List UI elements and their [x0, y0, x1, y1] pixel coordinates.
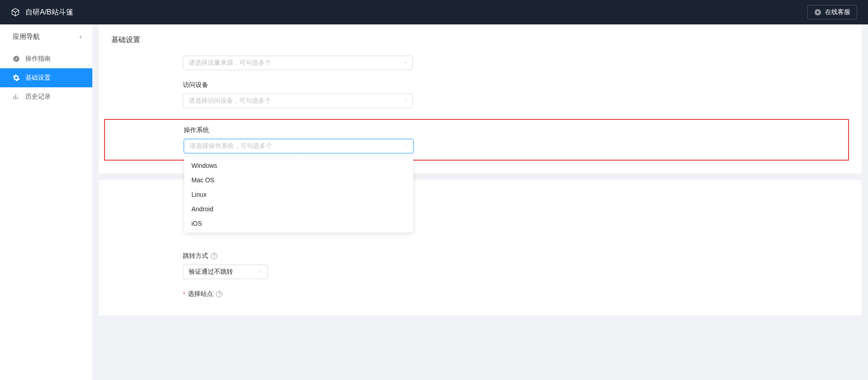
- os-option-windows[interactable]: Windows: [184, 158, 413, 173]
- online-support-button[interactable]: 在线客服: [807, 5, 857, 19]
- app-header: 自研A/B站斗篷 在线客服: [0, 0, 868, 24]
- site-label: * 选择站点 ?: [183, 290, 849, 298]
- os-option-linux[interactable]: Linux: [184, 187, 413, 202]
- settings-card: 基础设置 请选择流量来源，可勾选多个 访问设备 请: [99, 24, 862, 173]
- select-placeholder: 请选择流量来源，可勾选多个: [189, 59, 271, 67]
- redirect-group: 跳转方式 ? 验证通过不跳转: [183, 252, 849, 279]
- cube-icon: [11, 8, 20, 17]
- sidebar-item-label: 基础设置: [25, 74, 51, 82]
- site-group: * 选择站点 ?: [183, 290, 849, 298]
- os-option-ios[interactable]: iOS: [184, 216, 413, 231]
- help-icon[interactable]: ?: [216, 291, 222, 297]
- redirect-select[interactable]: 验证通过不跳转: [183, 265, 268, 279]
- sidebar-item-history[interactable]: 历史记录: [0, 87, 92, 106]
- sidebar-item-guide[interactable]: 操作指南: [0, 49, 92, 68]
- os-option-android[interactable]: Android: [184, 202, 413, 216]
- gear-icon: [13, 74, 20, 81]
- compass-icon: [13, 55, 20, 62]
- device-select[interactable]: 请选择访问设备，可勾选多个: [183, 94, 413, 108]
- os-highlight-box: 操作系统 请选择操作系统，可勾选多个 Windows Mac OS: [104, 119, 849, 161]
- os-group: 操作系统 请选择操作系统，可勾选多个 Windows Mac OS: [105, 126, 842, 153]
- main-content: 基础设置 请选择流量来源，可勾选多个 访问设备 请: [92, 24, 868, 380]
- os-dropdown: Windows Mac OS Linux Android iOS: [184, 157, 413, 233]
- app-title: 自研A/B站斗篷: [25, 8, 73, 17]
- os-label: 操作系统: [184, 126, 842, 134]
- sidebar-item-settings[interactable]: 基础设置: [0, 68, 92, 87]
- section-title: 基础设置: [99, 24, 862, 50]
- chevron-up-icon: [404, 143, 409, 149]
- help-icon[interactable]: ?: [211, 253, 217, 259]
- chevron-down-icon: [403, 60, 408, 66]
- support-label: 在线客服: [825, 8, 850, 16]
- svg-point-1: [816, 11, 820, 14]
- svg-point-0: [815, 10, 820, 15]
- redirect-label: 跳转方式 ?: [183, 252, 849, 260]
- chevron-down-icon: [403, 98, 408, 104]
- device-label: 访问设备: [183, 81, 849, 89]
- sidebar-item-label: 历史记录: [25, 93, 51, 101]
- os-option-macos[interactable]: Mac OS: [184, 173, 413, 187]
- traffic-source-select[interactable]: 请选择流量来源，可勾选多个: [183, 56, 413, 70]
- chevron-down-icon: [258, 269, 263, 275]
- traffic-source-group: 请选择流量来源，可勾选多个: [111, 56, 849, 70]
- sidebar-item-label: 操作指南: [25, 55, 51, 63]
- select-value: 验证通过不跳转: [189, 268, 233, 276]
- select-placeholder: 请选择操作系统，可勾选多个: [190, 142, 272, 150]
- sidebar-title: 应用导航: [13, 33, 40, 41]
- headset-icon: [814, 9, 821, 16]
- os-select[interactable]: 请选择操作系统，可勾选多个 Windows Mac OS Linux And: [184, 139, 414, 153]
- chevron-left-icon[interactable]: [78, 34, 83, 40]
- select-placeholder: 请选择访问设备，可勾选多个: [189, 97, 271, 105]
- device-group: 访问设备 请选择访问设备，可勾选多个: [111, 81, 849, 108]
- required-marker: *: [183, 290, 185, 298]
- header-left: 自研A/B站斗篷: [11, 8, 73, 17]
- sidebar: 应用导航 操作指南 基础设置: [0, 24, 92, 380]
- sidebar-header: 应用导航: [0, 24, 92, 49]
- chart-icon: [13, 93, 20, 100]
